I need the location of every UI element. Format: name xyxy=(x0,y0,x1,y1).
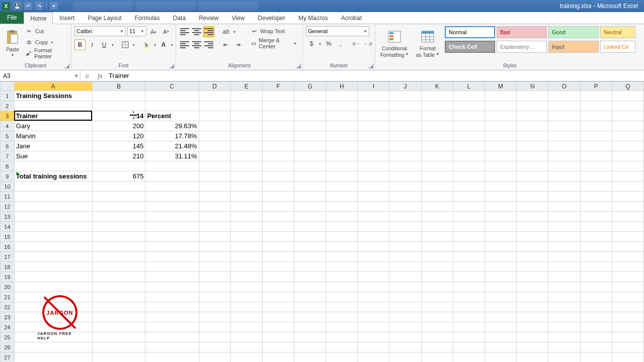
cell[interactable] xyxy=(485,352,516,363)
paste-button[interactable]: Paste ▼ xyxy=(3,26,22,60)
cell[interactable] xyxy=(389,222,421,232)
cell[interactable] xyxy=(453,282,485,292)
increase-font-button[interactable]: A▴ xyxy=(148,26,159,37)
cell[interactable] xyxy=(230,262,262,272)
cell[interactable] xyxy=(199,262,230,272)
bold-button[interactable]: B xyxy=(74,39,86,50)
cell[interactable] xyxy=(262,222,294,232)
cell[interactable] xyxy=(326,192,358,202)
cell[interactable] xyxy=(580,322,612,332)
cell[interactable] xyxy=(199,151,230,161)
cell[interactable] xyxy=(453,262,485,272)
cell[interactable] xyxy=(358,332,389,342)
tab-developer[interactable]: Developer xyxy=(251,12,292,24)
row-header-6[interactable]: 6 xyxy=(1,141,15,151)
cell[interactable] xyxy=(453,91,485,101)
cell[interactable] xyxy=(580,272,612,282)
cell[interactable] xyxy=(421,322,453,332)
cell[interactable] xyxy=(145,171,199,182)
cell[interactable] xyxy=(517,202,548,212)
cell[interactable] xyxy=(485,91,516,101)
cell[interactable] xyxy=(548,222,580,232)
cell[interactable] xyxy=(145,352,199,363)
cell[interactable] xyxy=(421,101,453,111)
cell[interactable] xyxy=(485,182,516,192)
cell[interactable] xyxy=(199,312,230,322)
cell[interactable] xyxy=(294,272,326,282)
cell[interactable] xyxy=(517,192,548,202)
cell[interactable] xyxy=(421,312,453,322)
cell[interactable] xyxy=(326,332,358,342)
cell[interactable] xyxy=(294,342,326,352)
row-header-24[interactable]: 24 xyxy=(1,322,15,332)
cell[interactable] xyxy=(580,252,612,262)
row-header-25[interactable]: 25 xyxy=(1,332,15,342)
cell[interactable] xyxy=(230,242,262,252)
cell[interactable] xyxy=(548,131,580,141)
cell[interactable] xyxy=(326,322,358,332)
cell[interactable] xyxy=(421,242,453,252)
cell[interactable] xyxy=(14,242,92,252)
cell[interactable] xyxy=(517,282,548,292)
decrease-font-button[interactable]: A▾ xyxy=(160,26,172,37)
cell[interactable] xyxy=(92,272,145,282)
cell[interactable] xyxy=(358,272,389,282)
cell[interactable] xyxy=(294,101,326,111)
cell[interactable] xyxy=(294,312,326,322)
cell[interactable] xyxy=(517,91,548,101)
cell[interactable] xyxy=(230,232,262,242)
cell[interactable] xyxy=(453,121,485,131)
undo-icon[interactable]: ↶ xyxy=(24,2,32,10)
cell[interactable] xyxy=(358,222,389,232)
cell[interactable] xyxy=(262,272,294,282)
worksheet-grid[interactable]: A B C D E F G H I J K L M N O P Q 1Train… xyxy=(0,81,644,362)
cell[interactable] xyxy=(580,171,612,182)
cell[interactable] xyxy=(262,252,294,262)
cell[interactable] xyxy=(612,182,643,192)
col-header-p[interactable]: P xyxy=(580,82,612,91)
cell[interactable] xyxy=(517,252,548,262)
decrease-indent-button[interactable]: ⇤ xyxy=(220,39,231,50)
cell[interactable]: 675 xyxy=(92,171,145,182)
cell[interactable] xyxy=(548,302,580,312)
row-header-17[interactable]: 17 xyxy=(1,252,15,262)
cell[interactable] xyxy=(326,121,358,131)
cell[interactable] xyxy=(485,332,516,342)
cell[interactable] xyxy=(612,262,643,272)
cell[interactable] xyxy=(548,262,580,272)
cell[interactable] xyxy=(421,171,453,182)
cell[interactable] xyxy=(612,312,643,322)
cell[interactable] xyxy=(14,202,92,212)
cell[interactable] xyxy=(92,322,145,332)
cell[interactable] xyxy=(517,222,548,232)
cell[interactable] xyxy=(145,302,199,312)
cell[interactable] xyxy=(389,141,421,151)
cell[interactable] xyxy=(421,121,453,131)
cell[interactable] xyxy=(548,242,580,252)
cell[interactable] xyxy=(548,332,580,342)
cell[interactable] xyxy=(294,352,326,363)
cell[interactable] xyxy=(389,212,421,222)
row-header-3[interactable]: 3 xyxy=(1,111,15,121)
fill-color-button[interactable] xyxy=(141,39,152,50)
cell[interactable]: Sue xyxy=(14,151,92,161)
cell[interactable] xyxy=(92,202,145,212)
cell[interactable] xyxy=(485,282,516,292)
cell[interactable] xyxy=(389,182,421,192)
cell[interactable] xyxy=(145,91,199,101)
cell[interactable] xyxy=(485,242,516,252)
cell[interactable] xyxy=(326,352,358,363)
col-header-o[interactable]: O xyxy=(548,82,580,91)
cell[interactable] xyxy=(548,212,580,222)
cell[interactable] xyxy=(612,322,643,332)
cell[interactable] xyxy=(326,272,358,282)
cell[interactable] xyxy=(612,111,643,121)
cell[interactable] xyxy=(358,161,389,171)
row-header-5[interactable]: 5 xyxy=(1,131,15,141)
cell[interactable] xyxy=(421,131,453,141)
cell[interactable] xyxy=(358,192,389,202)
cell[interactable] xyxy=(358,252,389,262)
cell[interactable] xyxy=(230,91,262,101)
col-header-e[interactable]: E xyxy=(230,82,262,91)
cell[interactable] xyxy=(230,322,262,332)
